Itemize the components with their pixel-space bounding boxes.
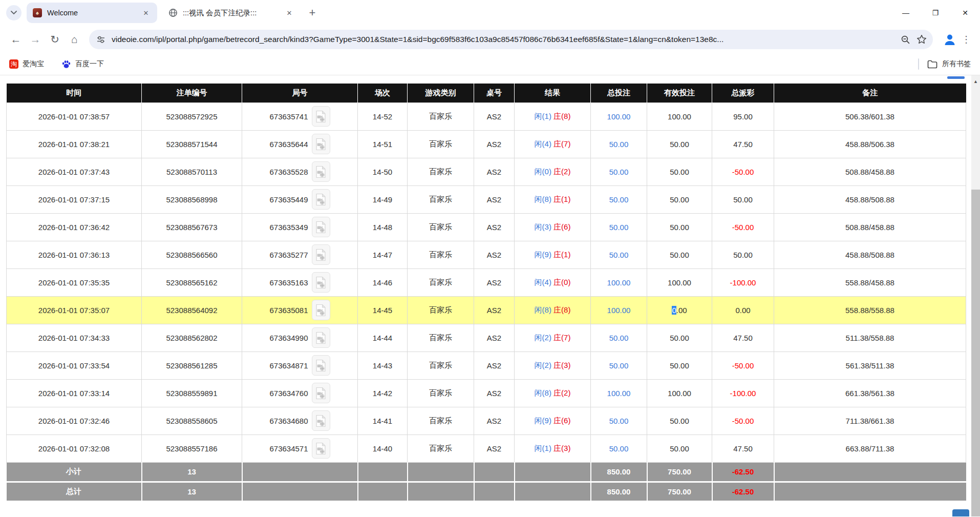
cell-table-no: AS2: [474, 435, 515, 462]
cell-result: 闲(4) 庄(7): [515, 130, 591, 158]
result-banker: 庄(1): [553, 250, 570, 259]
scrollbar-thumb[interactable]: [971, 190, 980, 516]
cell-game-type: 百家乐: [408, 296, 474, 324]
bookmark-aitaobao[interactable]: 淘 爱淘宝: [9, 59, 44, 69]
forward-button[interactable]: →: [26, 30, 45, 49]
cell-time: 2026-01-01 07:33:14: [7, 379, 142, 407]
all-bookmarks-button[interactable]: 所有书签: [927, 59, 971, 69]
table-row: 2026-01-01 07:35:07 523088564092 6736350…: [7, 296, 966, 324]
cell-time: 2026-01-01 07:33:54: [7, 351, 142, 379]
cell-session: 14-48: [358, 213, 408, 241]
back-button[interactable]: ←: [6, 30, 26, 49]
partial-blue-element-bottom[interactable]: [952, 509, 969, 516]
video-replay-icon[interactable]: [312, 383, 330, 403]
result-player: 闲(1): [535, 112, 551, 120]
cell-remark: 661.38/561.38: [774, 379, 966, 407]
cell-session: 14-40: [358, 435, 408, 462]
result-banker: 庄(2): [553, 388, 570, 397]
bookmark-star-icon[interactable]: [913, 31, 930, 48]
address-bar[interactable]: videoie.com/ipl/portal.php/game/betrecor…: [89, 30, 933, 49]
cell-bet-id: 523088566560: [142, 241, 242, 268]
close-window-button[interactable]: ✕: [950, 0, 980, 26]
cell-game-type: 百家乐: [408, 379, 474, 407]
cell-session: 14-44: [358, 324, 408, 351]
total-bet-link[interactable]: 50.00: [609, 195, 629, 204]
home-button[interactable]: ⌂: [65, 30, 84, 49]
total-bet-link[interactable]: 50.00: [609, 168, 629, 176]
cell-valid-bet: 50.00: [647, 241, 712, 268]
total-bet-link[interactable]: 50.00: [609, 334, 629, 342]
cell-time: 2026-01-01 07:35:07: [7, 296, 142, 324]
cell-payout: 0.00: [712, 296, 774, 324]
tab-welcome[interactable]: ♠ Welcome ✕: [27, 3, 157, 23]
cell-bet-id: 523088565162: [142, 268, 242, 296]
close-tab-icon[interactable]: ✕: [284, 8, 294, 18]
col-table-no: 桌号: [474, 84, 515, 102]
video-replay-icon[interactable]: [312, 410, 330, 431]
result-banker: 庄(1): [553, 195, 570, 203]
video-replay-icon[interactable]: [312, 189, 330, 210]
total-bet-link[interactable]: 50.00: [609, 444, 629, 453]
cell-game-type: 百家乐: [408, 435, 474, 462]
table-row: 2026-01-01 07:37:43 523088570113 6736355…: [7, 158, 966, 185]
total-bet-link[interactable]: 50.00: [609, 223, 629, 232]
result-banker: 庄(3): [553, 361, 570, 369]
close-tab-icon[interactable]: ✕: [141, 8, 151, 18]
cell-payout: -50.00: [712, 213, 774, 241]
video-replay-icon[interactable]: [312, 355, 330, 376]
video-replay-icon[interactable]: [312, 438, 330, 459]
col-session: 场次: [358, 84, 408, 102]
video-replay-icon[interactable]: [312, 161, 330, 182]
total-bet-link[interactable]: 100.00: [607, 389, 631, 398]
cell-game-type: 百家乐: [408, 324, 474, 351]
cell-total-bet: 50.00: [591, 324, 647, 351]
video-replay-icon[interactable]: [312, 106, 330, 127]
total-count: 13: [142, 482, 242, 501]
cell-session: 14-50: [358, 158, 408, 185]
total-bet-link[interactable]: 50.00: [609, 361, 629, 370]
profile-avatar[interactable]: [941, 31, 958, 48]
video-replay-icon[interactable]: [312, 272, 330, 293]
cell-payout: -50.00: [712, 407, 774, 435]
site-settings-icon[interactable]: [96, 35, 105, 44]
menu-kebab-icon[interactable]: ⋮: [958, 31, 974, 48]
table-row: 2026-01-01 07:36:42 523088567673 6736353…: [7, 213, 966, 241]
total-bet-link[interactable]: 50.00: [609, 251, 629, 259]
tab-search-button[interactable]: [6, 5, 22, 20]
bookmark-baidu[interactable]: 百度一下: [61, 59, 104, 69]
bookmark-label: 百度一下: [75, 59, 104, 69]
cell-remark: 508.88/458.88: [774, 213, 966, 241]
total-bet-link[interactable]: 50.00: [609, 417, 629, 425]
partial-blue-element-top[interactable]: [947, 76, 965, 79]
result-banker: 庄(7): [553, 139, 570, 148]
col-remark: 备注: [774, 84, 966, 102]
total-bet-link[interactable]: 50.00: [609, 140, 629, 149]
video-replay-icon[interactable]: [312, 300, 330, 320]
zoom-icon[interactable]: [897, 31, 913, 48]
video-replay-icon[interactable]: [312, 244, 330, 265]
video-replay-icon[interactable]: [312, 327, 330, 348]
minimize-button[interactable]: —: [891, 0, 921, 26]
cell-game-type: 百家乐: [408, 158, 474, 185]
reload-button[interactable]: ↻: [45, 30, 65, 49]
total-bet-link[interactable]: 100.00: [607, 278, 631, 287]
total-bet-link[interactable]: 100.00: [607, 306, 631, 315]
scrollbar-up-arrow-icon[interactable]: ▲: [971, 75, 980, 88]
cell-time: 2026-01-01 07:36:13: [7, 241, 142, 268]
cell-session: 14-47: [358, 241, 408, 268]
total-bet-link[interactable]: 100.00: [607, 112, 631, 121]
page-scrollbar[interactable]: ▲: [971, 75, 980, 516]
cell-bet-id: 523088561285: [142, 351, 242, 379]
new-tab-button[interactable]: +: [305, 5, 320, 20]
table-row: 2026-01-01 07:33:54 523088561285 6736348…: [7, 351, 966, 379]
cell-payout: 47.50: [712, 130, 774, 158]
url-text[interactable]: videoie.com/ipl/portal.php/game/betrecor…: [112, 35, 897, 44]
maximize-button[interactable]: ❐: [921, 0, 950, 26]
table-row: 2026-01-01 07:32:46 523088558605 6736346…: [7, 407, 966, 435]
subtotal-total-bet: 850.00: [591, 462, 647, 482]
video-replay-icon[interactable]: [312, 134, 330, 154]
video-replay-icon[interactable]: [312, 217, 330, 237]
cell-table-no: AS2: [474, 379, 515, 407]
tab-betrecord[interactable]: :::视讯 会员下注纪录::: ✕: [162, 3, 301, 23]
spade-logo-icon: ♠: [33, 8, 42, 17]
